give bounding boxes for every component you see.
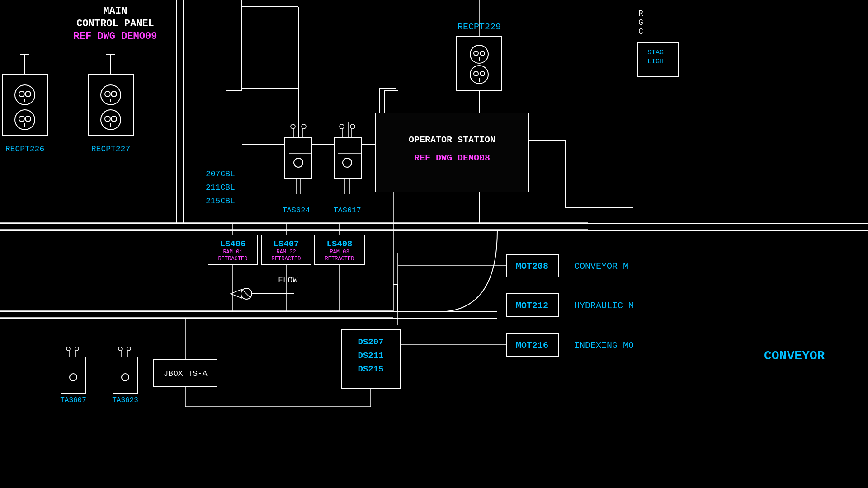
- ram03-label: RAM_03: [330, 249, 349, 255]
- retracted1-label: RETRACTED: [218, 256, 248, 262]
- tas624-label: TAS624: [282, 206, 310, 215]
- svg-text:C: C: [638, 27, 643, 36]
- conveyor-motor-label: CONVEYOR: [764, 349, 825, 363]
- ds207-label: DS207: [358, 337, 383, 347]
- ls406-label: LS406: [220, 239, 245, 249]
- svg-point-111: [127, 347, 131, 351]
- svg-point-22: [105, 91, 110, 97]
- cable2-label: 211CBL: [206, 183, 235, 192]
- svg-point-27: [111, 116, 117, 122]
- tas617-label: TAS617: [333, 206, 361, 215]
- ls408-label: LS408: [326, 239, 352, 249]
- svg-point-106: [70, 374, 77, 381]
- cable1-label: 207CBL: [206, 169, 235, 178]
- ram02-label: RAM_02: [276, 249, 296, 255]
- ds215-label: DS215: [358, 364, 383, 374]
- svg-point-23: [111, 91, 117, 97]
- retracted2-label: RETRACTED: [272, 256, 301, 262]
- svg-point-42: [474, 51, 478, 56]
- svg-point-13: [25, 91, 31, 97]
- ls407-label: LS407: [273, 239, 299, 249]
- main-control-label: MAIN: [104, 5, 127, 17]
- svg-point-43: [480, 51, 485, 56]
- flow-label: FLOW: [278, 276, 297, 285]
- mot212-label: MOT212: [516, 300, 548, 311]
- jbox-label: JBOX TS-A: [163, 369, 207, 378]
- svg-point-47: [480, 71, 485, 76]
- operator-station-label: OPERATOR STATION: [409, 135, 495, 145]
- svg-point-12: [19, 91, 24, 97]
- svg-point-112: [122, 374, 129, 381]
- cable3-label: 215CBL: [206, 197, 235, 206]
- hydraulic-label: HYDRAULIC M: [574, 300, 634, 311]
- stage-light-label: STAG: [647, 49, 664, 56]
- recpt226-label: RECPT226: [5, 145, 44, 154]
- svg-point-110: [118, 347, 122, 351]
- svg-point-104: [66, 347, 70, 351]
- ref-dwg-label: REF DWG DEMO09: [74, 31, 157, 42]
- svg-point-16: [19, 116, 24, 122]
- ds211-label: DS211: [358, 351, 383, 361]
- svg-point-69: [350, 124, 355, 129]
- conveyor-label: CONVEYOR M: [574, 261, 628, 272]
- svg-point-46: [474, 71, 478, 76]
- svg-point-62: [294, 158, 303, 167]
- tas623-label: TAS623: [112, 396, 138, 404]
- mot208-label: MOT208: [516, 261, 548, 272]
- svg-point-26: [105, 116, 110, 122]
- svg-point-71: [343, 158, 352, 167]
- svg-point-60: [302, 124, 306, 129]
- svg-point-105: [75, 347, 79, 351]
- svg-point-59: [291, 124, 295, 129]
- svg-point-17: [25, 116, 31, 122]
- tas607-label: TAS607: [60, 396, 86, 404]
- ram01-label: RAM_01: [223, 249, 242, 255]
- control-panel-label: CONTROL PANEL: [76, 18, 154, 29]
- retracted3-label: RETRACTED: [325, 256, 354, 262]
- svg-point-68: [340, 124, 344, 129]
- stage-light-label2: LIGH: [647, 58, 664, 66]
- indexing-label: INDEXING MO: [574, 340, 634, 351]
- svg-rect-0: [0, 0, 868, 488]
- ref-dwg-demo008-label: REF DWG DEMO08: [414, 153, 490, 163]
- recpt227-label: RECPT227: [91, 145, 130, 154]
- svg-text:R: R: [638, 9, 643, 18]
- mot216-label: MOT216: [516, 340, 548, 351]
- schematic-diagram: MAIN CONTROL PANEL REF DWG DEMO09 RECPT2…: [0, 0, 868, 488]
- svg-rect-30: [226, 0, 242, 90]
- svg-text:G: G: [638, 18, 643, 27]
